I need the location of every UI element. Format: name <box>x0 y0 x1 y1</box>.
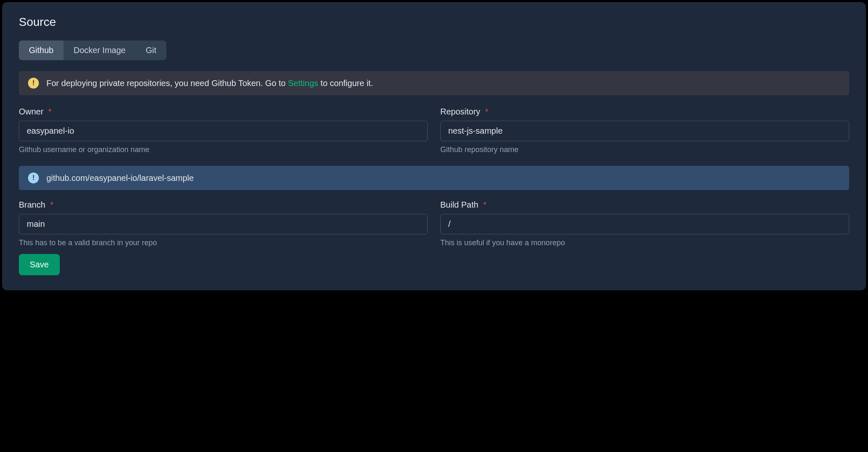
branch-label-text: Branch <box>19 200 45 209</box>
warning-text-before: For deploying private repositories, you … <box>46 79 288 88</box>
form-grid: Owner * Github username or organization … <box>19 107 849 247</box>
build-path-hint: This is useful if you have a monorepo <box>440 239 849 247</box>
form-actions: Save <box>19 251 849 275</box>
owner-field: Owner * Github username or organization … <box>19 107 428 154</box>
tab-github[interactable]: Github <box>19 41 64 60</box>
branch-field: Branch * This has to be a valid branch i… <box>19 200 428 247</box>
tab-docker-image[interactable]: Docker Image <box>64 41 136 60</box>
warning-text: For deploying private repositories, you … <box>46 79 373 88</box>
warning-text-after: to configure it. <box>321 79 373 88</box>
repo-url-info-wrapper: ! github.com/easypanel-io/laravel-sample <box>19 164 849 190</box>
branch-input[interactable] <box>19 214 428 234</box>
owner-hint: Github username or organization name <box>19 145 428 154</box>
owner-input[interactable] <box>19 121 428 141</box>
warning-icon: ! <box>28 78 39 89</box>
tab-git[interactable]: Git <box>135 41 166 60</box>
source-panel: Source Github Docker Image Git ! For dep… <box>2 2 866 290</box>
build-path-field: Build Path * This is useful if you have … <box>440 200 849 247</box>
branch-label: Branch * <box>19 200 428 210</box>
repository-label: Repository * <box>440 107 849 117</box>
panel-title: Source <box>19 15 849 29</box>
repository-hint: Github repository name <box>440 145 849 154</box>
required-star: * <box>48 107 51 116</box>
required-star: * <box>485 107 488 116</box>
save-button[interactable]: Save <box>19 254 60 275</box>
repository-label-text: Repository <box>440 107 480 116</box>
owner-label-text: Owner <box>19 107 43 116</box>
required-star: * <box>50 200 54 209</box>
repo-url-info: ! github.com/easypanel-io/laravel-sample <box>19 166 849 190</box>
repository-field: Repository * Github repository name <box>440 107 849 154</box>
required-star: * <box>483 200 487 209</box>
settings-link[interactable]: Settings <box>288 79 318 88</box>
repo-url-text: github.com/easypanel-io/laravel-sample <box>46 173 194 183</box>
owner-label: Owner * <box>19 107 428 117</box>
branch-hint: This has to be a valid branch in your re… <box>19 239 428 247</box>
source-tabs: Github Docker Image Git <box>19 41 166 60</box>
repository-input[interactable] <box>440 121 849 141</box>
github-token-warning: ! For deploying private repositories, yo… <box>19 71 849 95</box>
info-icon: ! <box>28 173 39 183</box>
build-path-input[interactable] <box>440 214 849 234</box>
build-path-label-text: Build Path <box>440 200 478 209</box>
build-path-label: Build Path * <box>440 200 849 210</box>
